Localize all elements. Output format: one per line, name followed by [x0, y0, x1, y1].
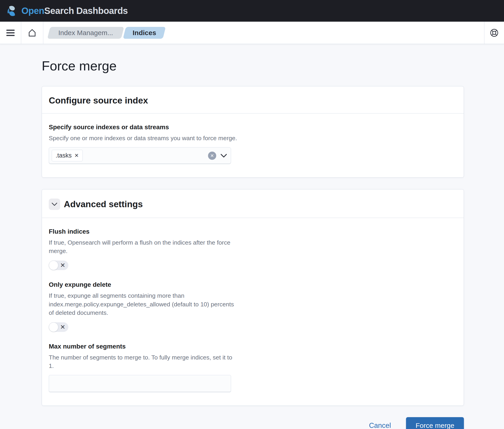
- advanced-settings-collapse-button[interactable]: [49, 198, 60, 210]
- breadcrumb-label: Index Managem...: [58, 29, 113, 37]
- panel-title: Configure source index: [49, 96, 148, 106]
- brand-title: OpenSearchDashboards: [21, 6, 128, 16]
- configure-source-index-panel: Configure source index Specify source in…: [42, 86, 464, 178]
- opensearch-logo[interactable]: OpenSearchDashboards: [6, 5, 128, 17]
- breadcrumb-index-management[interactable]: Index Managem...: [47, 27, 124, 39]
- remove-index-icon[interactable]: ✕: [74, 153, 79, 158]
- flush-indices-label: Flush indices: [49, 228, 457, 235]
- brand-search: Search: [44, 6, 74, 16]
- breadcrumb-label: Indices: [133, 29, 156, 37]
- home-button[interactable]: [21, 22, 43, 44]
- opensearch-logo-icon: [6, 5, 18, 17]
- source-indexes-label: Specify source indexes or data streams: [49, 124, 457, 131]
- nav-divider: [43, 22, 43, 44]
- toggle-off-icon: ✕: [60, 260, 65, 270]
- cancel-button[interactable]: Cancel: [369, 421, 391, 429]
- clear-selection-button[interactable]: ✕: [208, 152, 216, 160]
- force-merge-button[interactable]: Force merge: [406, 417, 464, 429]
- only-expunge-delete-toggle[interactable]: ✕: [49, 322, 68, 332]
- max-segments-group: Max number of segments The number of seg…: [49, 343, 457, 392]
- flush-indices-toggle[interactable]: ✕: [49, 260, 68, 270]
- flush-indices-help: If true, Opensearch will perform a flush…: [49, 238, 238, 256]
- home-icon: [27, 28, 37, 38]
- selected-index-label: .tasks: [56, 152, 72, 159]
- breadcrumb-indices[interactable]: Indices: [123, 27, 166, 39]
- brand-open: Open: [21, 6, 44, 16]
- only-expunge-delete-label: Only expunge delete: [49, 281, 457, 288]
- help-menu-button[interactable]: [484, 22, 504, 44]
- app-header: OpenSearchDashboards: [0, 0, 504, 22]
- toggle-knob: [49, 260, 58, 270]
- selected-index-pill: .tasks ✕: [52, 150, 83, 161]
- only-expunge-delete-group: Only expunge delete If true, expunge all…: [49, 281, 457, 332]
- only-expunge-delete-help: If true, expunge all segments containing…: [49, 292, 238, 317]
- menu-toggle-button[interactable]: [0, 22, 21, 44]
- breadcrumb: Index Managem... Indices: [49, 27, 165, 39]
- page-title: Force merge: [42, 58, 464, 73]
- source-indexes-group: Specify source indexes or data streams S…: [49, 124, 457, 164]
- source-indexes-combobox[interactable]: .tasks ✕ ✕: [49, 147, 231, 164]
- help-icon: [489, 28, 499, 38]
- form-actions: Cancel Force merge: [42, 417, 464, 429]
- panel-title: Advanced settings: [64, 199, 143, 209]
- max-segments-input[interactable]: [49, 375, 231, 392]
- max-segments-label: Max number of segments: [49, 343, 457, 350]
- source-indexes-help: Specify one or more indexes or data stre…: [49, 134, 238, 143]
- breadcrumb-bar: Index Managem... Indices: [0, 22, 504, 44]
- clear-icon: ✕: [210, 153, 214, 158]
- chevron-down-icon[interactable]: [220, 153, 227, 158]
- max-segments-help: The number of segments to merge to. To f…: [49, 353, 238, 370]
- brand-dashboards: Dashboards: [76, 6, 128, 16]
- chevron-down-icon: [51, 202, 58, 206]
- advanced-settings-panel: Advanced settings Flush indices If true,…: [42, 189, 464, 406]
- hamburger-icon: [6, 29, 15, 37]
- toggle-knob: [49, 322, 58, 332]
- toggle-off-icon: ✕: [60, 322, 65, 332]
- flush-indices-group: Flush indices If true, Opensearch will p…: [49, 228, 457, 270]
- main-content: Force merge Configure source index Speci…: [0, 58, 504, 429]
